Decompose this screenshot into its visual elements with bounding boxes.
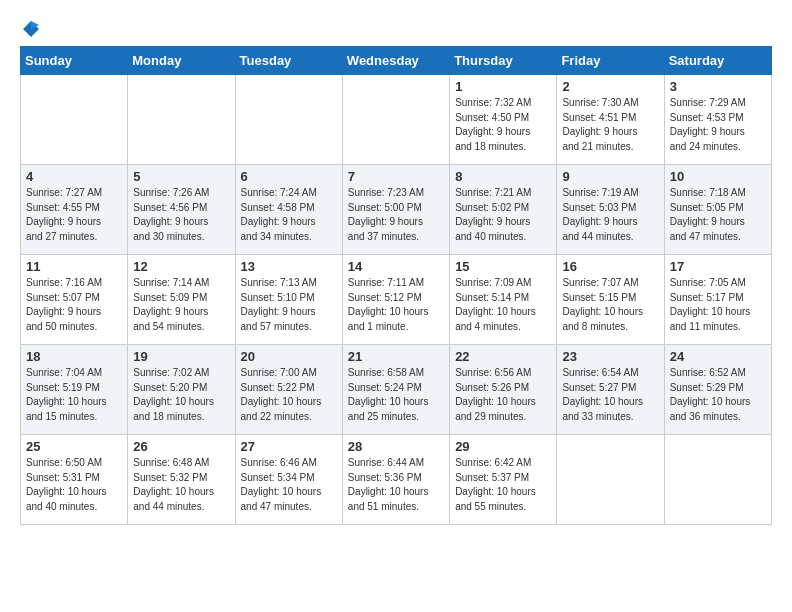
calendar-cell: 1Sunrise: 7:32 AM Sunset: 4:50 PM Daylig… bbox=[450, 75, 557, 165]
day-info: Sunrise: 7:26 AM Sunset: 4:56 PM Dayligh… bbox=[133, 186, 229, 244]
day-number: 7 bbox=[348, 169, 444, 184]
day-info: Sunrise: 6:58 AM Sunset: 5:24 PM Dayligh… bbox=[348, 366, 444, 424]
calendar-cell: 12Sunrise: 7:14 AM Sunset: 5:09 PM Dayli… bbox=[128, 255, 235, 345]
day-info: Sunrise: 7:11 AM Sunset: 5:12 PM Dayligh… bbox=[348, 276, 444, 334]
day-info: Sunrise: 7:27 AM Sunset: 4:55 PM Dayligh… bbox=[26, 186, 122, 244]
calendar-cell bbox=[342, 75, 449, 165]
calendar-cell: 28Sunrise: 6:44 AM Sunset: 5:36 PM Dayli… bbox=[342, 435, 449, 525]
calendar-cell: 16Sunrise: 7:07 AM Sunset: 5:15 PM Dayli… bbox=[557, 255, 664, 345]
calendar-cell: 29Sunrise: 6:42 AM Sunset: 5:37 PM Dayli… bbox=[450, 435, 557, 525]
calendar-cell: 9Sunrise: 7:19 AM Sunset: 5:03 PM Daylig… bbox=[557, 165, 664, 255]
day-info: Sunrise: 7:04 AM Sunset: 5:19 PM Dayligh… bbox=[26, 366, 122, 424]
day-info: Sunrise: 7:18 AM Sunset: 5:05 PM Dayligh… bbox=[670, 186, 766, 244]
day-info: Sunrise: 7:05 AM Sunset: 5:17 PM Dayligh… bbox=[670, 276, 766, 334]
header-tuesday: Tuesday bbox=[235, 47, 342, 75]
day-number: 16 bbox=[562, 259, 658, 274]
day-number: 4 bbox=[26, 169, 122, 184]
header-friday: Friday bbox=[557, 47, 664, 75]
page-header bbox=[20, 20, 772, 38]
calendar-cell bbox=[664, 435, 771, 525]
day-number: 18 bbox=[26, 349, 122, 364]
header-wednesday: Wednesday bbox=[342, 47, 449, 75]
day-info: Sunrise: 7:32 AM Sunset: 4:50 PM Dayligh… bbox=[455, 96, 551, 154]
day-number: 8 bbox=[455, 169, 551, 184]
calendar-week-2: 4Sunrise: 7:27 AM Sunset: 4:55 PM Daylig… bbox=[21, 165, 772, 255]
calendar-cell: 20Sunrise: 7:00 AM Sunset: 5:22 PM Dayli… bbox=[235, 345, 342, 435]
header-thursday: Thursday bbox=[450, 47, 557, 75]
day-info: Sunrise: 6:50 AM Sunset: 5:31 PM Dayligh… bbox=[26, 456, 122, 514]
day-number: 27 bbox=[241, 439, 337, 454]
calendar-cell: 23Sunrise: 6:54 AM Sunset: 5:27 PM Dayli… bbox=[557, 345, 664, 435]
day-number: 10 bbox=[670, 169, 766, 184]
day-info: Sunrise: 6:48 AM Sunset: 5:32 PM Dayligh… bbox=[133, 456, 229, 514]
calendar-cell: 25Sunrise: 6:50 AM Sunset: 5:31 PM Dayli… bbox=[21, 435, 128, 525]
day-info: Sunrise: 7:19 AM Sunset: 5:03 PM Dayligh… bbox=[562, 186, 658, 244]
calendar-cell bbox=[557, 435, 664, 525]
day-number: 19 bbox=[133, 349, 229, 364]
day-number: 3 bbox=[670, 79, 766, 94]
logo-flag-icon bbox=[22, 20, 40, 38]
day-number: 20 bbox=[241, 349, 337, 364]
calendar-week-4: 18Sunrise: 7:04 AM Sunset: 5:19 PM Dayli… bbox=[21, 345, 772, 435]
day-number: 25 bbox=[26, 439, 122, 454]
day-info: Sunrise: 7:16 AM Sunset: 5:07 PM Dayligh… bbox=[26, 276, 122, 334]
day-info: Sunrise: 7:29 AM Sunset: 4:53 PM Dayligh… bbox=[670, 96, 766, 154]
calendar-cell: 19Sunrise: 7:02 AM Sunset: 5:20 PM Dayli… bbox=[128, 345, 235, 435]
day-number: 13 bbox=[241, 259, 337, 274]
day-number: 23 bbox=[562, 349, 658, 364]
day-info: Sunrise: 7:14 AM Sunset: 5:09 PM Dayligh… bbox=[133, 276, 229, 334]
calendar-cell: 6Sunrise: 7:24 AM Sunset: 4:58 PM Daylig… bbox=[235, 165, 342, 255]
calendar-cell: 24Sunrise: 6:52 AM Sunset: 5:29 PM Dayli… bbox=[664, 345, 771, 435]
calendar-week-5: 25Sunrise: 6:50 AM Sunset: 5:31 PM Dayli… bbox=[21, 435, 772, 525]
day-info: Sunrise: 7:13 AM Sunset: 5:10 PM Dayligh… bbox=[241, 276, 337, 334]
calendar-cell: 27Sunrise: 6:46 AM Sunset: 5:34 PM Dayli… bbox=[235, 435, 342, 525]
logo bbox=[20, 20, 40, 38]
header-monday: Monday bbox=[128, 47, 235, 75]
day-number: 17 bbox=[670, 259, 766, 274]
day-number: 2 bbox=[562, 79, 658, 94]
day-number: 24 bbox=[670, 349, 766, 364]
header-saturday: Saturday bbox=[664, 47, 771, 75]
day-number: 1 bbox=[455, 79, 551, 94]
day-number: 15 bbox=[455, 259, 551, 274]
calendar-cell: 26Sunrise: 6:48 AM Sunset: 5:32 PM Dayli… bbox=[128, 435, 235, 525]
day-info: Sunrise: 7:07 AM Sunset: 5:15 PM Dayligh… bbox=[562, 276, 658, 334]
day-info: Sunrise: 6:56 AM Sunset: 5:26 PM Dayligh… bbox=[455, 366, 551, 424]
calendar-cell: 10Sunrise: 7:18 AM Sunset: 5:05 PM Dayli… bbox=[664, 165, 771, 255]
day-info: Sunrise: 6:42 AM Sunset: 5:37 PM Dayligh… bbox=[455, 456, 551, 514]
day-number: 26 bbox=[133, 439, 229, 454]
day-number: 6 bbox=[241, 169, 337, 184]
day-number: 29 bbox=[455, 439, 551, 454]
calendar-cell: 5Sunrise: 7:26 AM Sunset: 4:56 PM Daylig… bbox=[128, 165, 235, 255]
calendar-cell: 4Sunrise: 7:27 AM Sunset: 4:55 PM Daylig… bbox=[21, 165, 128, 255]
day-number: 21 bbox=[348, 349, 444, 364]
calendar-cell: 21Sunrise: 6:58 AM Sunset: 5:24 PM Dayli… bbox=[342, 345, 449, 435]
day-info: Sunrise: 6:54 AM Sunset: 5:27 PM Dayligh… bbox=[562, 366, 658, 424]
day-info: Sunrise: 7:30 AM Sunset: 4:51 PM Dayligh… bbox=[562, 96, 658, 154]
calendar-cell: 22Sunrise: 6:56 AM Sunset: 5:26 PM Dayli… bbox=[450, 345, 557, 435]
day-info: Sunrise: 6:52 AM Sunset: 5:29 PM Dayligh… bbox=[670, 366, 766, 424]
calendar-header-row: SundayMondayTuesdayWednesdayThursdayFrid… bbox=[21, 47, 772, 75]
calendar-cell: 11Sunrise: 7:16 AM Sunset: 5:07 PM Dayli… bbox=[21, 255, 128, 345]
calendar-cell bbox=[128, 75, 235, 165]
calendar-cell: 14Sunrise: 7:11 AM Sunset: 5:12 PM Dayli… bbox=[342, 255, 449, 345]
day-info: Sunrise: 7:00 AM Sunset: 5:22 PM Dayligh… bbox=[241, 366, 337, 424]
day-info: Sunrise: 7:02 AM Sunset: 5:20 PM Dayligh… bbox=[133, 366, 229, 424]
calendar-cell: 17Sunrise: 7:05 AM Sunset: 5:17 PM Dayli… bbox=[664, 255, 771, 345]
calendar-cell: 18Sunrise: 7:04 AM Sunset: 5:19 PM Dayli… bbox=[21, 345, 128, 435]
calendar-cell: 3Sunrise: 7:29 AM Sunset: 4:53 PM Daylig… bbox=[664, 75, 771, 165]
calendar-cell bbox=[235, 75, 342, 165]
day-info: Sunrise: 7:23 AM Sunset: 5:00 PM Dayligh… bbox=[348, 186, 444, 244]
calendar-cell: 13Sunrise: 7:13 AM Sunset: 5:10 PM Dayli… bbox=[235, 255, 342, 345]
calendar-cell bbox=[21, 75, 128, 165]
calendar-cell: 8Sunrise: 7:21 AM Sunset: 5:02 PM Daylig… bbox=[450, 165, 557, 255]
calendar-week-3: 11Sunrise: 7:16 AM Sunset: 5:07 PM Dayli… bbox=[21, 255, 772, 345]
day-number: 14 bbox=[348, 259, 444, 274]
day-number: 5 bbox=[133, 169, 229, 184]
day-info: Sunrise: 7:09 AM Sunset: 5:14 PM Dayligh… bbox=[455, 276, 551, 334]
day-number: 11 bbox=[26, 259, 122, 274]
calendar-week-1: 1Sunrise: 7:32 AM Sunset: 4:50 PM Daylig… bbox=[21, 75, 772, 165]
calendar-cell: 15Sunrise: 7:09 AM Sunset: 5:14 PM Dayli… bbox=[450, 255, 557, 345]
day-info: Sunrise: 6:46 AM Sunset: 5:34 PM Dayligh… bbox=[241, 456, 337, 514]
day-number: 28 bbox=[348, 439, 444, 454]
